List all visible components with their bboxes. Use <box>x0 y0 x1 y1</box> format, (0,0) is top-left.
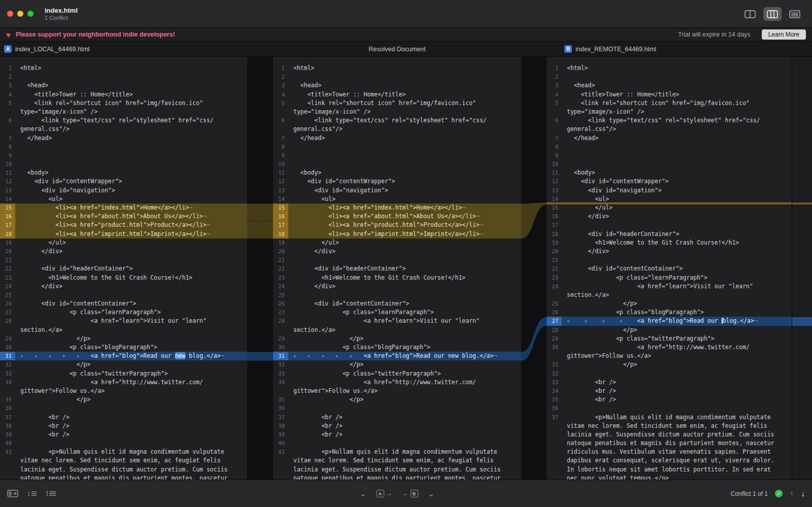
invisibles-toggle-button[interactable] <box>46 489 57 498</box>
choose-a-button[interactable]: A → <box>377 490 392 497</box>
code-line[interactable]: 40 <box>273 439 521 448</box>
code-line[interactable]: nec nunc volutpat tempus.</p> <box>547 474 792 480</box>
code-line[interactable]: 35 <br /> <box>547 395 792 404</box>
code-line[interactable]: 40 <box>0 439 247 448</box>
code-line[interactable]: 2 <box>0 73 247 81</box>
code-line[interactable]: 7 </head> <box>273 134 521 143</box>
code-line[interactable]: dapibus erat consequat, scelerisque erat… <box>547 456 792 465</box>
code-line[interactable]: 18 <div id="headerContainer"> <box>547 230 792 239</box>
code-line[interactable]: general.css"/> <box>273 125 521 133</box>
code-line[interactable]: 32 </p> <box>273 360 521 369</box>
code-line[interactable]: 22 <div id="contentContainer"> <box>547 264 792 273</box>
code-line[interactable]: 15 </ul> <box>547 204 792 212</box>
code-line[interactable]: In lobortis neque sit amet lobortis port… <box>547 465 792 474</box>
code-line[interactable]: 28 </p> <box>547 326 792 334</box>
code-line[interactable]: 25 <box>273 291 521 299</box>
code-line[interactable]: 33 <br /> <box>547 378 792 387</box>
code-line[interactable]: 3 <head> <box>0 81 247 90</box>
code-line[interactable]: 39 <br /> <box>273 430 521 439</box>
code-line[interactable]: 14 <ul> <box>273 195 521 204</box>
code-line[interactable]: 34 <a href="http://www.twitter.com/ <box>273 378 521 387</box>
code-line[interactable]: 12 <div id="contentWrapper"> <box>0 177 247 186</box>
change-overview-strip[interactable] <box>792 57 812 480</box>
code-line[interactable]: section.</a> <box>547 291 792 299</box>
next-conflict-button[interactable]: ↓ <box>801 489 805 498</box>
code-line[interactable]: 19 </ul> <box>273 239 521 247</box>
code-line[interactable]: 37 <br /> <box>273 413 521 422</box>
code-line[interactable]: 20 </div> <box>0 247 247 256</box>
resolved-code-pane[interactable]: 1<html>23 <head>4 <title>Tower :: Home</… <box>273 57 521 480</box>
code-line[interactable]: 22 <div id="headerContainer"> <box>273 264 521 273</box>
two-pane-view-button[interactable] <box>741 7 759 21</box>
code-line[interactable]: 25 </p> <box>547 299 792 308</box>
fluid-merge-view-button[interactable] <box>763 7 782 21</box>
code-line[interactable]: 27 <p class="learnParagraph"> <box>273 308 521 317</box>
code-line[interactable]: 6 <link type="text/css" rel="stylesheet"… <box>547 116 792 125</box>
code-line[interactable]: 31 </p> <box>547 360 792 369</box>
code-line[interactable]: 16 </div> <box>547 212 792 221</box>
code-line[interactable]: natoque penatibus et magnis dis parturie… <box>0 474 247 480</box>
code-line[interactable]: 7 </head> <box>0 134 247 143</box>
code-line[interactable]: type="image/x-icon" /> <box>273 108 521 116</box>
code-line[interactable]: 29 </p> <box>0 334 247 343</box>
code-line[interactable]: 11 <body> <box>0 168 247 177</box>
code-line[interactable]: general.css"/> <box>547 125 792 133</box>
code-line[interactable]: 41 <p>Nullam quis elit id magna condimen… <box>0 448 247 456</box>
code-line[interactable]: 20 </div> <box>547 247 792 256</box>
code-line[interactable]: gittower">Follow us.</a> <box>547 352 792 360</box>
overview-olive-change-mark[interactable] <box>792 202 812 205</box>
code-line[interactable]: 17 <li><a href="product.html">Product</a… <box>273 221 521 229</box>
code-line[interactable]: 4 <title>Tower :: Home</title> <box>547 90 792 99</box>
code-line[interactable]: 21 <box>0 256 247 264</box>
code-line[interactable]: 13 <div id="navigation"> <box>273 186 521 195</box>
chevron-down-icon[interactable]: ⌄ <box>360 491 366 496</box>
code-line[interactable]: 23 <p class="learnParagraph"> <box>547 274 792 282</box>
code-line[interactable]: 10 <box>0 160 247 168</box>
code-line[interactable]: 34 <br /> <box>547 387 792 395</box>
remote-code-pane[interactable]: 1<html>23 <head>4 <title>Tower :: Home</… <box>547 57 792 480</box>
code-line[interactable]: 11 <body> <box>273 168 521 177</box>
code-line[interactable]: 32 <box>547 369 792 378</box>
code-line[interactable]: 11 <body> <box>547 168 792 177</box>
code-line[interactable]: 12 <div id="contentWrapper"> <box>273 177 521 186</box>
code-line[interactable]: natoque penatibus et magnis dis parturie… <box>547 439 792 448</box>
code-line[interactable]: vitae nec lorem. Sed tincidunt sem enim,… <box>0 456 247 465</box>
code-line[interactable]: 30 <p class="blogParagraph"> <box>273 343 521 352</box>
code-line[interactable]: 12 <div id="contentWrapper"> <box>547 177 792 186</box>
code-line[interactable]: 2 <box>547 73 792 81</box>
zoom-window-button[interactable] <box>27 11 33 17</box>
minimize-window-button[interactable] <box>17 11 23 17</box>
code-line[interactable]: 8 <box>273 143 521 151</box>
code-line[interactable]: 6 <link type="text/css" rel="stylesheet"… <box>0 116 247 125</box>
code-line[interactable]: 25 <box>0 291 247 299</box>
local-code-pane[interactable]: 1<html>23 <head>4 <title>Tower :: Home</… <box>0 57 247 480</box>
close-window-button[interactable] <box>7 11 13 17</box>
code-line[interactable]: 22 <div id="headerContainer"> <box>0 264 247 273</box>
code-line[interactable]: 9 <box>0 151 247 160</box>
code-line[interactable]: 10 <box>273 160 521 168</box>
file-merge-button[interactable] <box>7 489 18 498</box>
previous-conflict-button[interactable]: ↑ <box>790 489 794 498</box>
code-line[interactable]: 23 <h1>Welcome to the Git Crash Course!<… <box>0 274 247 282</box>
code-line[interactable]: 19 <h1>Welcome to the Git Crash Course!<… <box>547 239 792 247</box>
code-line[interactable]: gittower">Follow us.</a> <box>273 387 521 395</box>
line-numbers-toggle-button[interactable]: 1 <box>26 489 38 498</box>
code-line[interactable]: 15 <li><a href="index.html">Home</a></li… <box>0 204 247 212</box>
code-line[interactable]: 28 <a href="learn">Visit our "learn" <box>273 317 521 325</box>
code-line[interactable]: ridiculus mus. Vestibulum vitae venenati… <box>547 448 792 456</box>
code-line[interactable]: 4 <title>Tower :: Home</title> <box>273 90 521 99</box>
code-line[interactable]: 7 </head> <box>547 134 792 143</box>
code-line[interactable]: 1<html> <box>547 64 792 73</box>
unified-view-button[interactable] <box>786 7 804 21</box>
code-line[interactable]: section.</a> <box>0 326 247 334</box>
code-line[interactable]: 38 <br /> <box>273 422 521 430</box>
code-line[interactable]: 41 <p>Nullam quis elit id magna condimen… <box>273 448 521 456</box>
code-line[interactable]: vitae nec lorem. Sed tincidunt sem enim,… <box>547 422 792 430</box>
code-line[interactable]: 8 <box>547 143 792 151</box>
code-line[interactable]: 17 <li><a href="product.html">Product</a… <box>0 221 247 229</box>
code-line[interactable]: natoque penatibus et magnis dis parturie… <box>273 474 521 480</box>
code-line[interactable]: 2 <box>273 73 521 81</box>
code-line[interactable]: 5 <link rel="shortcut icon" href="img/fa… <box>273 99 521 108</box>
chevron-down-icon[interactable]: ⌄ <box>428 491 435 496</box>
code-line[interactable]: 15 <li><a href="index.html">Home</a></li… <box>273 204 521 212</box>
